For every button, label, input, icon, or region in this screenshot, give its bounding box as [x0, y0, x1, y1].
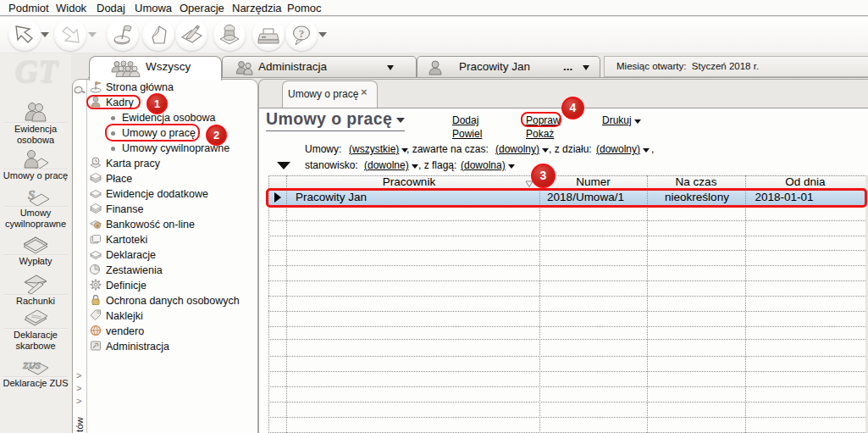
svg-text:e: e	[96, 222, 98, 229]
svg-text:?: ?	[299, 27, 305, 40]
svg-text:S: S	[28, 188, 35, 202]
svg-text:ZUS: ZUS	[22, 360, 41, 370]
